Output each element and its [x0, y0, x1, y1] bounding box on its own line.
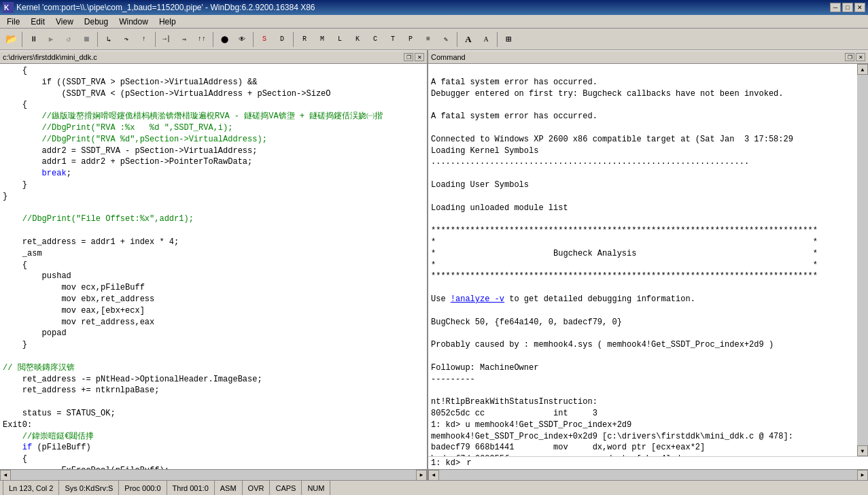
toolbar-sep-6 — [293, 32, 294, 47]
left-pane-title: c:\drivers\firstddk\mini_ddk.c — [3, 53, 97, 61]
left-pane-controls: ❐ ✕ — [404, 53, 424, 61]
left-scroll-left[interactable]: ◄ — [0, 470, 11, 481]
toolbar-sep-1 — [22, 32, 22, 47]
menu-edit[interactable]: Edit — [25, 16, 50, 28]
right-scroll-up[interactable]: ▲ — [857, 64, 868, 75]
toolbar-stack[interactable]: K — [349, 31, 366, 48]
menu-help[interactable]: Help — [154, 16, 181, 28]
toolbar-source[interactable]: S — [256, 31, 273, 48]
right-scroll-down[interactable]: ▼ — [857, 445, 868, 456]
menu-window[interactable]: Window — [114, 16, 154, 28]
left-hscrollbar[interactable]: ◄ ► — [0, 469, 427, 480]
status-sys: Sys 0:KdSrv:S — [59, 481, 119, 495]
status-num: NUM — [302, 481, 330, 495]
toolbar-step-over[interactable]: ↷ — [118, 31, 135, 48]
right-inner: A fatal system error has occurred. Debug… — [428, 64, 868, 456]
main-area: c:\drivers\firstddk\mini_ddk.c ❐ ✕ { if … — [0, 50, 868, 480]
toolbar-sep-3 — [155, 32, 156, 47]
maximize-button[interactable]: □ — [842, 3, 853, 12]
toolbar-processes[interactable]: P — [402, 31, 419, 48]
toolbar-break[interactable]: ⏸ — [25, 31, 41, 48]
status-bar: Ln 123, Col 2 Sys 0:KdSrv:S Proc 000:0 T… — [0, 480, 868, 495]
cmd-input[interactable] — [466, 458, 865, 468]
status-caps: CAPS — [270, 481, 302, 495]
menu-view[interactable]: View — [50, 16, 79, 28]
right-pane-title: Command — [431, 53, 466, 61]
analyze-link[interactable]: !analyze -v — [451, 294, 504, 304]
right-pane-restore[interactable]: ❐ — [845, 53, 854, 61]
menu-bar: File Edit View Debug Window Help — [0, 15, 868, 29]
right-pane-close[interactable]: ✕ — [856, 53, 865, 61]
toolbar-restart[interactable]: ↺ — [60, 31, 77, 48]
left-pane: c:\drivers\firstddk\mini_ddk.c ❐ ✕ { if … — [0, 50, 428, 480]
toolbar-step-out[interactable]: ↑ — [136, 31, 152, 48]
toolbar-cmd[interactable]: ≡ — [420, 31, 436, 48]
right-scroll-track-h[interactable] — [439, 470, 857, 481]
cmd-prompt: 1: kd> — [431, 458, 465, 468]
toolbar-disasm[interactable]: D — [274, 31, 290, 48]
right-hscrollbar[interactable]: ◄ ► — [428, 469, 868, 480]
status-ovr: OVR — [243, 481, 271, 495]
menu-debug[interactable]: Debug — [79, 16, 114, 28]
command-output[interactable]: A fatal system error has occurred. Debug… — [428, 64, 857, 456]
app-icon: K — [3, 2, 14, 13]
toolbar-font[interactable]: A — [460, 31, 476, 48]
toolbar-step-into[interactable]: ↳ — [101, 31, 117, 48]
right-pane: Command ❐ ✕ A fatal system error has occ… — [428, 50, 868, 480]
status-proc: Proc 000:0 — [119, 481, 167, 495]
toolbar-sep-8 — [497, 32, 498, 47]
right-scroll-track[interactable] — [857, 75, 868, 445]
toolbar-step-branch[interactable]: ⇒ — [176, 31, 192, 48]
left-scroll-right[interactable]: ► — [416, 470, 427, 481]
toolbar-sep-4 — [213, 32, 213, 47]
right-scroll-right[interactable]: ► — [857, 470, 868, 481]
left-pane-restore[interactable]: ❐ — [404, 53, 413, 61]
toolbar-font-small[interactable]: A — [478, 31, 494, 48]
right-vscrollbar[interactable]: ▲ ▼ — [857, 64, 868, 456]
left-scroll-track[interactable] — [11, 470, 416, 481]
right-scroll-left[interactable]: ◄ — [428, 470, 439, 481]
minimize-button[interactable]: ─ — [830, 3, 841, 12]
toolbar-sep-7 — [457, 32, 457, 47]
status-thrd: Thrd 001:0 — [167, 481, 215, 495]
svg-text:K: K — [4, 4, 10, 12]
right-pane-titlebar: Command ❐ ✕ — [428, 50, 868, 64]
toolbar-stop[interactable]: ⏹ — [78, 31, 94, 48]
toolbar-step-out2[interactable]: ↑↑ — [194, 31, 210, 48]
toolbar-sep-5 — [253, 32, 254, 47]
toolbar-breakpoints[interactable]: ⬤ — [216, 31, 232, 48]
toolbar-calls[interactable]: C — [367, 31, 383, 48]
toolbar-run-to[interactable]: →| — [158, 31, 175, 48]
toolbar-sep-2 — [97, 32, 98, 47]
window-title: Kernel 'com:port=\\.\pipe\com_1,baud=115… — [16, 3, 830, 12]
toolbar-go[interactable]: ▶ — [43, 31, 59, 48]
menu-file[interactable]: File — [1, 16, 25, 28]
toolbar-threads[interactable]: T — [385, 31, 401, 48]
toolbar-locals[interactable]: L — [332, 31, 348, 48]
toolbar-options[interactable]: ⊞ — [500, 31, 517, 48]
toolbar-registers[interactable]: R — [296, 31, 313, 48]
window-controls: ─ □ ✕ — [830, 3, 865, 12]
toolbar-open[interactable]: 📂 — [3, 31, 19, 48]
right-pane-controls: ❐ ✕ — [845, 53, 865, 61]
close-button[interactable]: ✕ — [854, 3, 865, 12]
toolbar-watch[interactable]: 👁 — [234, 31, 250, 48]
right-content: A fatal system error has occurred. Debug… — [428, 64, 868, 480]
status-asm: ASM — [215, 481, 243, 495]
left-pane-close[interactable]: ✕ — [415, 53, 424, 61]
left-pane-titlebar: c:\drivers\firstddk\mini_ddk.c ❐ ✕ — [0, 50, 427, 64]
toolbar: 📂 ⏸ ▶ ↺ ⏹ ↳ ↷ ↑ →| ⇒ ↑↑ ⬤ 👁 S D R M L K … — [0, 29, 868, 50]
toolbar-memory[interactable]: M — [314, 31, 330, 48]
source-code[interactable]: { if ((SSDT_RVA > pSection->VirtualAddre… — [0, 64, 427, 469]
toolbar-scratch[interactable]: ✎ — [438, 31, 454, 48]
title-bar: K Kernel 'com:port=\\.\pipe\com_1,baud=1… — [0, 0, 868, 15]
status-ln: Ln 123, Col 2 — [3, 481, 59, 495]
command-input-row[interactable]: 1: kd> — [428, 456, 868, 469]
